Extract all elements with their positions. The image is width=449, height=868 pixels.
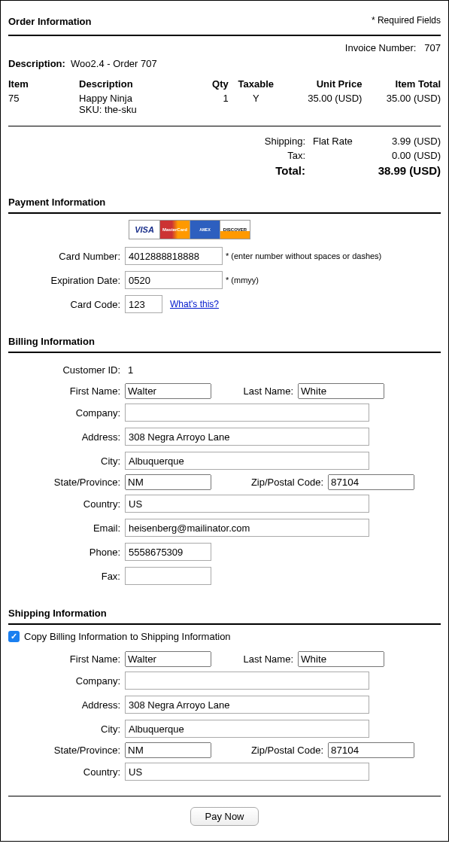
discover-icon: DISCOVER [220, 221, 250, 239]
billing-firstname-input[interactable] [125, 383, 211, 399]
exp-label: Expiration Date: [8, 275, 125, 286]
shipping-amount: 3.99 (USD) [373, 136, 441, 147]
billing-fax-input[interactable] [125, 567, 211, 585]
shipping-firstname-label: First Name: [8, 653, 125, 665]
invoice-number: 707 [424, 42, 441, 53]
total-amount: 38.99 (USD) [373, 164, 441, 177]
card-number-input[interactable] [125, 247, 223, 265]
invoice-row: Invoice Number: 707 [8, 42, 441, 53]
billing-state-input[interactable] [125, 474, 211, 490]
billing-title: Billing Information [8, 336, 441, 347]
billing-country-input[interactable] [125, 495, 369, 513]
cell-itemtotal: 35.00 (USD) [362, 91, 441, 117]
shipping-zip-label: Zip/Postal Code: [211, 745, 328, 756]
shipping-lastname-input[interactable] [298, 651, 384, 667]
billing-company-label: Company: [8, 407, 125, 419]
col-qty: Qty [197, 77, 229, 91]
billing-email-label: Email: [8, 522, 125, 534]
shipping-method: Flat Rate [313, 136, 373, 147]
col-description: Description [79, 77, 197, 91]
customer-id-label: Customer ID: [8, 364, 125, 376]
shipping-city-label: City: [8, 723, 125, 735]
shipping-company-label: Company: [8, 675, 125, 687]
billing-city-input[interactable] [125, 452, 369, 470]
shipping-firstname-input[interactable] [125, 651, 211, 667]
shipping-country-input[interactable] [125, 763, 369, 781]
card-icons: VISA MasterCard AMEX DISCOVER [129, 220, 250, 239]
exp-input[interactable] [125, 271, 223, 289]
copy-billing-checkbox[interactable] [8, 631, 20, 642]
cell-taxable: Y [229, 91, 284, 117]
exp-hint: (mmyy) [231, 276, 259, 285]
description-row: Description: Woo2.4 - Order 707 [8, 58, 441, 69]
card-code-input[interactable] [125, 295, 162, 313]
table-row: 75 Happy Ninja SKU: the-sku 1 Y 35.00 (U… [8, 91, 441, 117]
billing-country-label: Country: [8, 498, 125, 510]
billing-lastname-input[interactable] [298, 383, 384, 399]
totals: Shipping: Flat Rate 3.99 (USD) Tax: 0.00… [8, 134, 441, 178]
shipping-state-input[interactable] [125, 742, 211, 758]
mastercard-icon: MasterCard [159, 221, 190, 239]
billing-state-label: State/Province: [8, 477, 125, 488]
cell-desc: Happy Ninja SKU: the-sku [79, 91, 197, 117]
visa-icon: VISA [129, 221, 159, 239]
description-label: Description: [8, 58, 65, 69]
shipping-country-label: Country: [8, 766, 125, 778]
billing-email-input[interactable] [125, 519, 369, 537]
cell-qty: 1 [197, 91, 229, 117]
tax-amount: 0.00 (USD) [373, 150, 441, 161]
payment-title: Payment Information [8, 196, 441, 208]
billing-phone-input[interactable] [125, 543, 211, 561]
shipping-city-input[interactable] [125, 720, 369, 738]
pay-now-button[interactable]: Pay Now [190, 807, 258, 826]
customer-id-value: 1 [125, 364, 133, 376]
card-number-label: Card Number: [8, 251, 125, 262]
shipping-zip-input[interactable] [328, 742, 414, 758]
total-label: Total: [215, 164, 313, 177]
whats-this-link[interactable]: What's this? [170, 299, 219, 309]
shipping-address-label: Address: [8, 699, 125, 711]
billing-address-label: Address: [8, 431, 125, 443]
card-code-label: Card Code: [8, 299, 125, 310]
amex-icon: AMEX [190, 221, 220, 239]
order-info-title: Order Information [8, 16, 92, 27]
shipping-company-input[interactable] [125, 672, 369, 690]
shipping-state-label: State/Province: [8, 745, 125, 756]
billing-lastname-label: Last Name: [211, 385, 298, 397]
col-taxable: Taxable [229, 77, 284, 91]
items-header-row: Item Description Qty Taxable Unit Price … [8, 77, 441, 91]
cell-unitprice: 35.00 (USD) [284, 91, 363, 117]
description-value: Woo2.4 - Order 707 [71, 58, 157, 69]
billing-city-label: City: [8, 455, 125, 467]
card-number-hint: (enter number without spaces or dashes) [231, 251, 381, 260]
col-item: Item [8, 77, 79, 91]
tax-label: Tax: [215, 150, 313, 161]
billing-address-input[interactable] [125, 428, 369, 446]
shipping-label: Shipping: [215, 136, 313, 147]
invoice-label: Invoice Number: [345, 42, 417, 53]
required-fields-note: * Required Fields [372, 15, 441, 26]
items-table: Item Description Qty Taxable Unit Price … [8, 77, 441, 117]
billing-zip-label: Zip/Postal Code: [211, 477, 328, 488]
shipping-lastname-label: Last Name: [211, 653, 298, 665]
cell-item: 75 [8, 91, 79, 117]
billing-fax-label: Fax: [8, 571, 125, 582]
order-form: Order Information * Required Fields Invo… [0, 0, 449, 842]
col-itemtotal: Item Total [362, 77, 441, 91]
shipping-title: Shipping Information [8, 608, 441, 619]
billing-firstname-label: First Name: [8, 385, 125, 397]
col-unitprice: Unit Price [284, 77, 363, 91]
billing-company-input[interactable] [125, 404, 369, 422]
shipping-address-input[interactable] [125, 696, 369, 714]
copy-billing-label: Copy Billing Information to Shipping Inf… [24, 631, 231, 642]
billing-zip-input[interactable] [328, 474, 414, 490]
billing-phone-label: Phone: [8, 547, 125, 558]
